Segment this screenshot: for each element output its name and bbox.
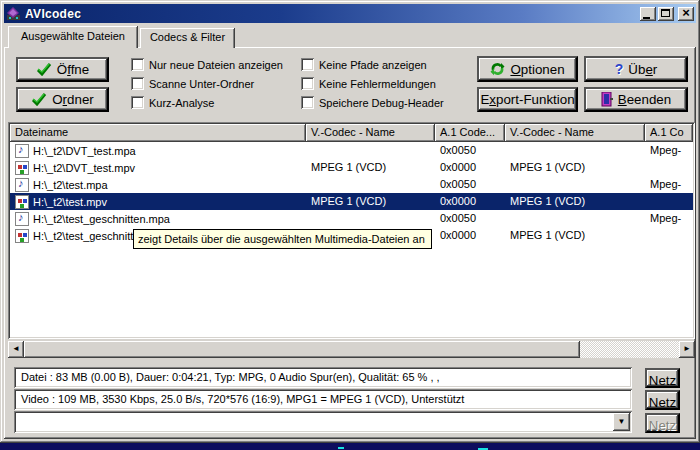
file-name: H:\_t2\test.mpa bbox=[33, 179, 108, 191]
file-list-header: Dateiname V.-Codec - Name A.1 Code... V.… bbox=[10, 124, 693, 142]
cell-vcodec2 bbox=[505, 176, 645, 193]
tab-ausgewaehlte-dateien[interactable]: Ausgewählte Dateien bbox=[8, 26, 138, 48]
cell-vcodec2 bbox=[505, 142, 645, 159]
scroll-right-button[interactable]: ► bbox=[679, 341, 695, 358]
checkbox-label: Kurz-Analyse bbox=[149, 97, 214, 109]
column-header-acodec-1[interactable]: A.1 Code... bbox=[435, 124, 505, 142]
column-header-acodec-2[interactable]: A.1 Co bbox=[645, 124, 693, 142]
net-button-video[interactable]: Netz bbox=[645, 390, 680, 410]
cell-acodec2 bbox=[645, 227, 693, 244]
checkbox-box[interactable] bbox=[301, 77, 314, 90]
app-window: AVIcodec × Ausgewählte Dateien Codecs & … bbox=[0, 0, 700, 443]
cell-vcodec bbox=[306, 176, 435, 193]
minimize-icon bbox=[643, 17, 650, 19]
options-button[interactable]: Optionen bbox=[477, 56, 578, 82]
column-header-dateiname[interactable]: Dateiname bbox=[10, 124, 306, 142]
checkbox-speichere-debug-header[interactable]: Speichere Debug-Header bbox=[301, 95, 444, 110]
audio-file-icon bbox=[15, 212, 29, 226]
export-button[interactable]: Export-Funktion bbox=[477, 87, 578, 112]
checkbox-box[interactable] bbox=[131, 96, 144, 109]
titlebar[interactable]: AVIcodec × bbox=[4, 4, 696, 23]
file-row[interactable]: H:\_t2\test_geschnitten.mpa 0x0050 Mpeg- bbox=[10, 210, 693, 227]
scrollbar-thumb[interactable] bbox=[24, 341, 580, 358]
checkbox-box[interactable] bbox=[131, 77, 144, 90]
column-header-vcodec-2[interactable]: V.-Codec - Name bbox=[505, 124, 645, 142]
check-icon bbox=[31, 93, 47, 106]
file-row[interactable]: H:\_t2\test.mpa 0x0050 Mpeg- bbox=[10, 176, 693, 193]
net-button-audio-disabled: Netz bbox=[645, 413, 680, 433]
app-icon[interactable] bbox=[6, 6, 21, 21]
cell-vcodec: MPEG 1 (VCD) bbox=[306, 193, 435, 210]
video-file-icon bbox=[15, 229, 29, 243]
checkbox-label: Nur neue Dateien anzeigen bbox=[149, 59, 283, 71]
maximize-icon bbox=[661, 9, 670, 17]
cell-acodec2 bbox=[645, 159, 693, 176]
arrow-right-icon: ► bbox=[683, 344, 691, 353]
arrow-down-icon: ▼ bbox=[618, 417, 626, 426]
cell-acodec2: Mpeg- bbox=[645, 210, 693, 227]
file-name: H:\_t2\DVT_test.mpv bbox=[33, 162, 135, 174]
file-row[interactable]: H:\_t2\DVT_test.mpa 0x0050 Mpeg- bbox=[10, 142, 693, 159]
maximize-button[interactable] bbox=[658, 7, 674, 21]
checkbox-label: Keine Pfade anzeigen bbox=[319, 59, 427, 71]
close-button[interactable]: × bbox=[678, 7, 694, 21]
window-title: AVIcodec bbox=[25, 7, 638, 21]
cell-acodec: 0x0050 bbox=[435, 176, 505, 193]
scroll-left-button[interactable]: ◄ bbox=[8, 341, 24, 358]
arrow-left-icon: ◄ bbox=[12, 344, 20, 353]
audio-combobox[interactable]: ▼ bbox=[14, 411, 632, 433]
checkbox-kurz-analyse[interactable]: Kurz-Analyse bbox=[131, 95, 214, 110]
tooltip: zeigt Details über die ausgewählten Mult… bbox=[133, 229, 432, 249]
desktop-artifact bbox=[338, 447, 344, 449]
file-row[interactable]: H:\_t2\DVT_test.mpv MPEG 1 (VCD) 0x0000 … bbox=[10, 159, 693, 176]
column-header-vcodec-1[interactable]: V.-Codec - Name bbox=[306, 124, 435, 142]
file-name: H:\_t2\DVT_test.mpa bbox=[33, 145, 136, 157]
net-button-file[interactable]: Netz bbox=[645, 368, 680, 388]
checkbox-nur-neue-dateien[interactable]: Nur neue Dateien anzeigen bbox=[131, 57, 283, 72]
video-file-icon bbox=[15, 161, 29, 175]
desktop: { "window": { "title": "AVIcodec" }, "ic… bbox=[0, 0, 700, 450]
cell-vcodec bbox=[306, 142, 435, 159]
about-button-label: Über bbox=[628, 62, 657, 77]
cell-vcodec bbox=[306, 210, 435, 227]
cell-acodec2 bbox=[645, 193, 693, 210]
checkbox-label: Keine Fehlermeldungen bbox=[319, 78, 436, 90]
quit-button-label: Beenden bbox=[618, 92, 671, 107]
video-file-icon bbox=[15, 195, 29, 209]
checkbox-box[interactable] bbox=[131, 58, 144, 71]
about-button[interactable]: ? Über bbox=[584, 56, 688, 82]
checkbox-keine-fehlermeldungen[interactable]: Keine Fehlermeldungen bbox=[301, 76, 436, 91]
quit-button[interactable]: Beenden bbox=[584, 87, 688, 112]
folder-button-label: Ordner bbox=[52, 92, 94, 107]
exit-door-icon bbox=[601, 92, 613, 107]
checkbox-keine-pfade[interactable]: Keine Pfade anzeigen bbox=[301, 57, 427, 72]
export-button-label: Export-Funktion bbox=[480, 92, 574, 107]
folder-button[interactable]: Ordner bbox=[16, 87, 109, 112]
options-button-label: Optionen bbox=[510, 62, 564, 77]
cell-vcodec: MPEG 1 (VCD) bbox=[306, 159, 435, 176]
cell-vcodec2: MPEG 1 (VCD) bbox=[505, 159, 645, 176]
minimize-button[interactable] bbox=[640, 7, 656, 21]
tab-codecs-filter[interactable]: Codecs & Filter bbox=[140, 28, 235, 48]
audio-file-icon bbox=[15, 178, 29, 192]
file-row-selected[interactable]: H:\_t2\test.mpv MPEG 1 (VCD) 0x0000 MPEG… bbox=[10, 193, 693, 210]
cell-acodec2: Mpeg- bbox=[645, 142, 693, 159]
cell-acodec: 0x0000 bbox=[435, 193, 505, 210]
check-icon bbox=[36, 63, 52, 76]
checkbox-box[interactable] bbox=[301, 96, 314, 109]
file-name: H:\_t2\test_geschnitten.mpa bbox=[33, 213, 170, 225]
checkbox-label: Scanne Unter-Ordner bbox=[149, 78, 254, 90]
cell-acodec: 0x0000 bbox=[435, 227, 505, 244]
horizontal-scrollbar[interactable]: ◄ ► bbox=[8, 341, 695, 358]
combobox-dropdown-button[interactable]: ▼ bbox=[613, 413, 630, 431]
cell-acodec2: Mpeg- bbox=[645, 176, 693, 193]
open-button-label: Öffne bbox=[57, 62, 89, 77]
audio-file-icon bbox=[15, 144, 29, 158]
open-button[interactable]: Öffne bbox=[16, 57, 109, 82]
file-name: H:\_t2\test.mpv bbox=[33, 196, 107, 208]
question-icon: ? bbox=[615, 61, 624, 77]
cell-acodec: 0x0050 bbox=[435, 142, 505, 159]
cell-acodec: 0x0050 bbox=[435, 210, 505, 227]
checkbox-box[interactable] bbox=[301, 58, 314, 71]
checkbox-scanne-unter-ordner[interactable]: Scanne Unter-Ordner bbox=[131, 76, 254, 91]
